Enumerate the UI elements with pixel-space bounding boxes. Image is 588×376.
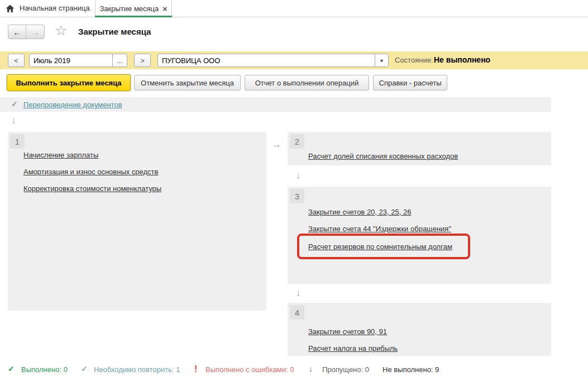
reposting-bar: ✓ Перепроведение документов <box>0 97 551 112</box>
cancel-closing-button[interactable]: Отменить закрытие месяца <box>134 75 241 91</box>
stage-4-block: 4 Закрытие счетов 90, 91 Расчет налога н… <box>288 303 551 356</box>
status-done-label: Выполнено: <box>21 365 61 374</box>
operation-close-account-44-link[interactable]: Закрытие счета 44 "Издержки обращения" <box>308 225 451 233</box>
operation-inventory-cost-adjustment-link[interactable]: Корректировка стоимости номенклатуры <box>23 184 161 193</box>
favorite-star-icon[interactable]: ☆ <box>55 23 67 37</box>
down-arrow-icon: ↓ <box>296 171 301 180</box>
previous-period-button[interactable]: < <box>8 54 25 67</box>
status-not-done-label: Не выполнено: <box>383 365 433 374</box>
operations-report-button[interactable]: Отчет о выполнении операций <box>245 75 369 91</box>
tab-bar: Начальная страница Закрытие месяца × <box>0 0 588 17</box>
operation-close-accounts-20-23-25-26-link[interactable]: Закрытие счетов 20, 23, 25, 26 <box>308 208 411 216</box>
operation-depreciation-link[interactable]: Амортизация и износ основных средств <box>23 168 158 176</box>
check-icon: ✓ <box>11 99 18 108</box>
active-tab-underline <box>95 16 172 17</box>
status-errors-value: 0 <box>290 365 294 374</box>
state-value: Не выполнено <box>434 55 490 64</box>
status-done: Выполнено: 0 <box>21 365 68 374</box>
check-icon: ✓ <box>8 365 15 373</box>
status-errors-label: Выполнено с ошибками: <box>205 365 288 374</box>
tab-month-closing[interactable]: Закрытие месяца × <box>95 0 172 17</box>
page-title: Закрытие месяца <box>78 27 151 36</box>
back-icon[interactable]: ← <box>8 25 26 39</box>
status-skipped: Пропущено: 0 <box>322 365 369 374</box>
stage-3-badge: 3 <box>290 189 304 203</box>
exclamation-icon: ! <box>194 365 197 374</box>
status-repeat: Необходимо повторить: 1 <box>94 365 180 374</box>
operation-doubtful-debts-reserve-link[interactable]: Расчет резервов по сомнительным долгам <box>308 242 452 251</box>
status-repeat-label: Необходимо повторить: <box>94 365 174 374</box>
stage-2-block: 2 Расчет долей списания косвенных расход… <box>288 132 551 165</box>
stage-1-badge: 1 <box>10 134 25 149</box>
close-tab-icon[interactable]: × <box>162 5 167 13</box>
down-arrow-icon: ↓ <box>11 116 16 125</box>
period-picker-ellipsis-button[interactable]: ... <box>112 54 127 66</box>
down-arrow-icon: ↓ <box>309 365 313 373</box>
organization-value: ПУГОВИЦА ООО <box>158 54 375 66</box>
next-period-button[interactable]: > <box>134 54 151 67</box>
status-legend-bar: ✓ Выполнено: 0 ✓ Необходимо повторить: 1… <box>0 362 588 376</box>
operation-payroll-link[interactable]: Начисление зарплаты <box>23 151 98 159</box>
operation-indirect-expenses-link[interactable]: Расчет долей списания косвенных расходов <box>308 152 458 160</box>
stage-2-badge: 2 <box>290 134 304 149</box>
home-icon[interactable] <box>6 4 15 15</box>
tab-month-closing-label: Закрытие месяца <box>100 4 159 13</box>
status-not-done-value: 9 <box>435 365 439 374</box>
organization-select[interactable]: ПУГОВИЦА ООО ▾ <box>157 54 389 67</box>
references-calculations-button[interactable]: Справки - расчеты <box>373 75 447 91</box>
stage-4-badge: 4 <box>290 305 304 320</box>
stage-1-block: 1 Начисление зарплаты Амортизация и изно… <box>8 132 266 311</box>
period-value: Июль 2019 <box>30 54 112 66</box>
status-repeat-value: 1 <box>176 365 180 374</box>
check-icon: ✓ <box>81 365 88 373</box>
status-done-value: 0 <box>64 365 68 374</box>
perform-closing-button[interactable]: Выполнить закрытие месяца <box>7 74 131 91</box>
status-not-done: Не выполнено: 9 <box>383 365 439 374</box>
reposting-documents-link[interactable]: Перепроведение документов <box>23 101 122 109</box>
stage-3-block: 3 Закрытие счетов 20, 23, 25, 26 Закрыти… <box>288 187 551 284</box>
history-nav-group: ← → <box>8 25 45 39</box>
status-skipped-value: 0 <box>365 365 369 374</box>
status-errors: Выполнено с ошибками: 0 <box>205 365 294 374</box>
down-arrow-icon: ↓ <box>296 288 301 298</box>
tab-home[interactable]: Начальная страница <box>20 0 90 17</box>
month-closing-window: Начальная страница Закрытие месяца × ← →… <box>0 0 588 376</box>
status-skipped-label: Пропущено: <box>322 365 363 374</box>
operation-income-tax-link[interactable]: Расчет налога на прибыль <box>308 344 398 353</box>
right-arrow-icon: → <box>272 140 281 149</box>
chevron-down-icon[interactable]: ▾ <box>375 54 388 66</box>
state-label: Состояние: <box>395 56 433 64</box>
operation-close-accounts-90-91-link[interactable]: Закрытие счетов 90, 91 <box>308 327 387 336</box>
period-field[interactable]: Июль 2019 ... <box>29 54 127 67</box>
forward-icon[interactable]: → <box>26 25 44 39</box>
